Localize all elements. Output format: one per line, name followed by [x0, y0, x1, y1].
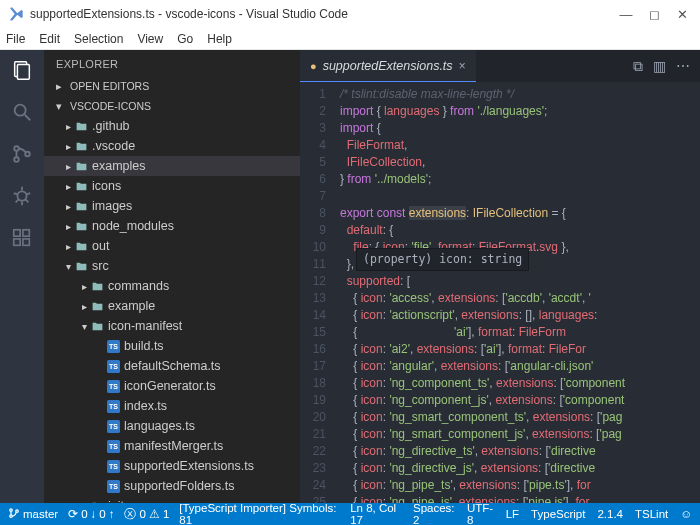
file-supportedFolders.ts[interactable]: TSsupportedFolders.ts [44, 476, 300, 496]
status-tsver[interactable]: 2.1.4 [597, 502, 623, 525]
folder-out[interactable]: ▸out [44, 236, 300, 256]
chevron-icon: ▸ [62, 201, 74, 212]
error-icon: ⓧ [124, 507, 136, 522]
sidebar: EXPLORER ▸ OPEN EDITORS ▾ VSCODE-ICONS ▸… [44, 50, 300, 503]
folder-icons[interactable]: ▸icons [44, 176, 300, 196]
chevron-icon: ▸ [62, 141, 74, 152]
section-workspace[interactable]: ▾ VSCODE-ICONS [44, 96, 300, 116]
folder-images[interactable]: ▸images [44, 196, 300, 216]
status-problems[interactable]: ⓧ0 ⚠1 [124, 507, 169, 522]
close-icon[interactable]: × [459, 59, 466, 73]
file-supportedExtensions.ts[interactable]: TSsupportedExtensions.ts [44, 456, 300, 476]
status-encoding[interactable]: UTF-8 [467, 502, 494, 525]
svg-point-5 [14, 157, 19, 162]
chevron-icon: ▾ [78, 321, 90, 332]
status-tslint[interactable]: TSLint [635, 502, 668, 525]
svg-text:TS: TS [109, 483, 118, 490]
typescript-icon: TS [106, 459, 120, 473]
code-lines[interactable]: /* tslint:disable max-line-length */impo… [334, 82, 700, 503]
menu-go[interactable]: Go [177, 32, 193, 46]
status-branch[interactable]: master [8, 507, 58, 521]
status-spaces[interactable]: Spaces: 2 [413, 502, 455, 525]
file-iconGenerator.ts[interactable]: TSiconGenerator.ts [44, 376, 300, 396]
folder-examples[interactable]: ▸examples [44, 156, 300, 176]
svg-point-34 [10, 509, 13, 512]
svg-rect-17 [23, 230, 29, 236]
svg-point-6 [25, 152, 30, 157]
file-manifestMerger.ts[interactable]: TSmanifestMerger.ts [44, 436, 300, 456]
status-importer[interactable]: [TypeScript Importer] Symbols: 81 [179, 502, 340, 525]
line-gutter: 1234567891011121314151617181920212223242… [300, 82, 334, 503]
chevron-icon: ▸ [78, 301, 90, 312]
modified-dot-icon: ● [310, 60, 317, 72]
folder-icon [74, 259, 88, 273]
hover-tooltip: (property) icon: string [356, 248, 529, 271]
window-close-button[interactable]: ✕ [676, 8, 688, 20]
window-minimize-button[interactable]: — [620, 8, 632, 20]
folder-icon [90, 299, 104, 313]
chevron-icon: ▸ [62, 161, 74, 172]
folder-example[interactable]: ▸example [44, 296, 300, 316]
feedback-icon[interactable]: ☺ [680, 502, 692, 525]
tab-supportedextensions[interactable]: ● supportedExtensions.ts × [300, 50, 476, 82]
folder-icon [74, 159, 88, 173]
file-build.ts[interactable]: TSbuild.ts [44, 336, 300, 356]
folder-src[interactable]: ▾src [44, 256, 300, 276]
source-control-icon[interactable] [10, 142, 34, 166]
svg-text:TS: TS [109, 363, 118, 370]
folder-icon-manifest[interactable]: ▾icon-manifest [44, 316, 300, 336]
folder-.vscode[interactable]: ▸.vscode [44, 136, 300, 156]
menu-view[interactable]: View [137, 32, 163, 46]
file-languages.ts[interactable]: TSlanguages.ts [44, 416, 300, 436]
menu-help[interactable]: Help [207, 32, 232, 46]
status-eol[interactable]: LF [506, 502, 519, 525]
chevron-icon: ▾ [62, 261, 74, 272]
chevron-icon: ▸ [78, 281, 90, 292]
folder-node_modules[interactable]: ▸node_modules [44, 216, 300, 236]
svg-line-3 [25, 115, 31, 121]
svg-text:TS: TS [109, 463, 118, 470]
svg-text:TS: TS [109, 443, 118, 450]
status-lang[interactable]: TypeScript [531, 502, 585, 525]
chevron-icon: ▸ [62, 121, 74, 132]
svg-text:TS: TS [109, 343, 118, 350]
branch-icon [8, 507, 20, 521]
folder-icon [90, 319, 104, 333]
menu-edit[interactable]: Edit [39, 32, 60, 46]
typescript-icon: TS [106, 479, 120, 493]
compare-icon[interactable]: ⧉ [633, 58, 643, 75]
section-open-editors[interactable]: ▸ OPEN EDITORS [44, 76, 300, 96]
debug-icon[interactable] [10, 184, 34, 208]
svg-rect-15 [14, 239, 20, 245]
svg-line-10 [14, 193, 18, 194]
svg-text:TS: TS [109, 423, 118, 430]
split-editor-icon[interactable]: ▥ [653, 58, 666, 75]
chevron-icon: ▸ [62, 221, 74, 232]
status-sync[interactable]: ⟳ 0↓ 0↑ [68, 507, 114, 521]
tab-bar: ● supportedExtensions.ts × ⧉ ▥ ⋯ [300, 50, 700, 82]
status-cursor[interactable]: Ln 8, Col 17 [350, 502, 401, 525]
more-icon[interactable]: ⋯ [676, 58, 690, 75]
chevron-right-icon: ▸ [56, 80, 66, 92]
vscode-logo-icon [8, 6, 24, 22]
folder-commands[interactable]: ▸commands [44, 276, 300, 296]
svg-line-11 [27, 193, 31, 194]
window-maximize-button[interactable]: ◻ [648, 8, 660, 20]
menu-file[interactable]: File [6, 32, 25, 46]
svg-point-7 [17, 191, 26, 200]
svg-rect-14 [14, 230, 20, 236]
explorer-icon[interactable] [10, 58, 34, 82]
extensions-icon[interactable] [10, 226, 34, 250]
file-index.ts[interactable]: TSindex.ts [44, 396, 300, 416]
code-area[interactable]: 1234567891011121314151617181920212223242… [300, 82, 700, 503]
search-icon[interactable] [10, 100, 34, 124]
menu-selection[interactable]: Selection [74, 32, 123, 46]
chevron-down-icon: ▾ [56, 100, 66, 112]
activity-bar [0, 50, 44, 503]
folder-.github[interactable]: ▸.github [44, 116, 300, 136]
status-bar: master ⟳ 0↓ 0↑ ⓧ0 ⚠1 [TypeScript Importe… [0, 503, 700, 525]
sync-icon: ⟳ [68, 507, 78, 521]
window-titlebar: supportedExtensions.ts - vscode-icons - … [0, 0, 700, 28]
chevron-icon: ▸ [62, 181, 74, 192]
file-defaultSchema.ts[interactable]: TSdefaultSchema.ts [44, 356, 300, 376]
